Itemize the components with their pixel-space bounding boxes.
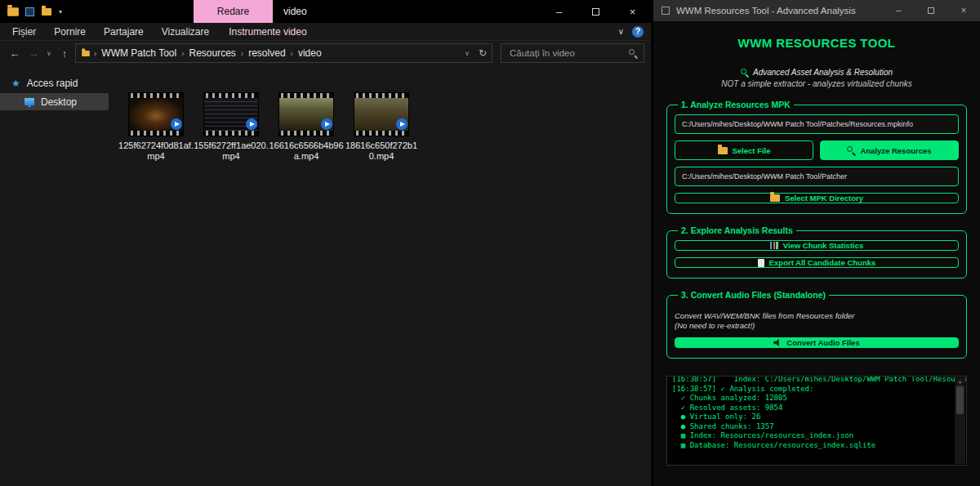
section-analyze-legend: 1. Analyze Resources MPK: [678, 100, 794, 109]
log-line: [16:38:57] Index: C:/Users/mihes/Desktop…: [672, 376, 950, 385]
view-chunk-statistics-button[interactable]: View Chunk Statistics: [675, 240, 959, 251]
play-overlay-icon: [321, 118, 332, 130]
window-controls: – ×: [541, 0, 651, 23]
sidebar-item-quick-access[interactable]: ★ Acces rapid: [0, 74, 109, 93]
sidebar-item-desktop[interactable]: Desktop: [0, 93, 109, 110]
tool-maximize-button[interactable]: [915, 0, 947, 21]
log-scrollbar[interactable]: ▲: [955, 377, 965, 464]
properties-icon[interactable]: [25, 7, 34, 16]
file-item[interactable]: 125f62724f0d81af.mp4: [129, 93, 183, 162]
breadcrumb-item[interactable]: video: [294, 47, 326, 59]
ribbon-tab-bar: Fișier Pornire Partajare Vizualizare Ins…: [0, 23, 651, 41]
tab-fisier[interactable]: Fișier: [3, 23, 45, 41]
tool-close-button[interactable]: ×: [947, 0, 980, 21]
desktop-icon: [24, 98, 34, 105]
button-label: Select MPK Directory: [785, 194, 863, 203]
maximize-icon: [592, 8, 599, 16]
tab-instrumente-video[interactable]: Instrumente video: [218, 23, 317, 41]
scroll-up-icon[interactable]: ▲: [959, 377, 962, 385]
film-sprockets: [279, 131, 333, 136]
folder-icon: [718, 147, 728, 154]
button-label: Convert Audio Files: [786, 338, 859, 347]
address-dropdown-chevron-icon[interactable]: ∨: [465, 50, 470, 57]
search-box[interactable]: [501, 43, 644, 63]
minimize-button[interactable]: –: [541, 0, 577, 23]
play-overlay-icon: [246, 118, 257, 130]
section-convert-legend: 3. Convert Audio Files (Standalone): [678, 290, 829, 300]
section-convert-audio: 3. Convert Audio Files (Standalone) Conv…: [666, 290, 967, 359]
recent-locations-chevron-icon[interactable]: ∨: [44, 50, 54, 57]
qat-customize-chevron-icon[interactable]: ▾: [59, 8, 62, 16]
file-name: 18616c650f272b10.mp4: [343, 140, 420, 162]
app-subtitle: Advanced Asset Analysis & Resolution NOT…: [666, 68, 967, 88]
contextual-tab-redare[interactable]: Redare: [194, 0, 273, 23]
video-thumbnail: [204, 93, 258, 136]
video-thumbnail: [279, 93, 333, 136]
play-overlay-icon: [396, 118, 408, 130]
button-label: Analyze Resources: [860, 146, 931, 155]
folder-icon: [770, 194, 780, 202]
breadcrumb-item[interactable]: WWM Patch Tool: [97, 47, 180, 59]
document-icon: [758, 259, 764, 267]
file-explorer-window: ▾ Redare video – × Fișier Pornire Partaj…: [0, 0, 651, 486]
file-item[interactable]: 16616c6566b4b96a.mp4: [279, 93, 333, 162]
film-sprockets: [204, 131, 258, 136]
video-thumbnail: [129, 93, 183, 136]
file-name: 155f6272ff1ae020.mp4: [193, 140, 270, 162]
quick-access-toolbar: ▾: [0, 7, 62, 16]
tab-partajare[interactable]: Partajare: [95, 23, 153, 41]
scrollbar-thumb[interactable]: [956, 386, 964, 414]
tool-titlebar: WWM Resources Tool - Advanced Analysis –…: [653, 0, 980, 21]
file-item[interactable]: 18616c650f272b10.mp4: [354, 93, 408, 162]
search-icon: [741, 69, 749, 77]
app-title: WWM RESOURCES TOOL: [666, 36, 967, 50]
section-explore-results: 2. Explore Analysis Results View Chunk S…: [666, 225, 967, 279]
log-line: ▦ Index: Resources/resources_index.json: [672, 431, 950, 441]
refresh-icon[interactable]: ↻: [479, 47, 487, 59]
file-item[interactable]: 155f6272ff1ae020.mp4: [204, 93, 258, 162]
forward-button[interactable]: →: [25, 47, 42, 60]
select-mpk-directory-button[interactable]: Select MPK Directory: [675, 193, 959, 203]
subtitle-text: Advanced Asset Analysis & Resolution: [753, 68, 893, 77]
close-button[interactable]: ×: [614, 0, 651, 23]
breadcrumb-item[interactable]: Resources: [185, 47, 240, 59]
log-line: [16:38:57] ✓ Analysis completed:: [672, 385, 950, 395]
select-file-button[interactable]: Select File: [675, 140, 813, 160]
help-icon[interactable]: ?: [632, 26, 644, 38]
chart-icon: [770, 242, 778, 249]
search-input[interactable]: [508, 47, 629, 59]
up-button[interactable]: ↑: [56, 47, 73, 60]
address-bar[interactable]: › WWM Patch Tool › Resources › resolved …: [75, 43, 492, 63]
new-folder-icon[interactable]: [42, 8, 51, 16]
tool-minimize-button[interactable]: –: [882, 0, 915, 21]
log-line: ● Virtual only: 26: [672, 412, 950, 422]
log-output[interactable]: [16:38:57] Index: C:/Users/mihes/Desktop…: [666, 376, 967, 466]
breadcrumb-item[interactable]: resolved: [244, 47, 289, 59]
film-sprockets: [354, 131, 408, 136]
tab-pornire[interactable]: Pornire: [45, 23, 95, 41]
file-name: 16616c6566b4b96a.mp4: [268, 140, 345, 162]
tab-vizualizare[interactable]: Vizualizare: [153, 23, 218, 41]
convert-audio-files-button[interactable]: Convert Audio Files: [675, 337, 959, 348]
export-candidate-chunks-button[interactable]: Export All Candidate Chunks: [675, 257, 959, 268]
log-line: ▦ Database: Resources/resources_index.sq…: [672, 441, 950, 451]
button-label: View Chunk Statistics: [783, 241, 864, 250]
file-name: 125f62724f0d81af.mp4: [118, 140, 194, 162]
back-button[interactable]: ←: [7, 47, 23, 60]
location-folder-icon: [82, 50, 90, 56]
mpk-directory-path-field[interactable]: C:/Users/mihes/Desktop/WWM Patch Tool/Pa…: [675, 167, 959, 186]
convert-note: Convert WAV/WEM/BNK files from Resources…: [675, 311, 959, 331]
analyze-resources-button[interactable]: Analyze Resources: [820, 140, 959, 160]
maximize-button[interactable]: [577, 0, 614, 23]
tool-app-icon: [662, 7, 670, 15]
video-thumbnail: [354, 93, 408, 136]
explorer-app-icon: [7, 7, 19, 16]
navigation-bar: ← → ∨ ↑ › WWM Patch Tool › Resources › r…: [0, 41, 651, 65]
film-sprockets: [129, 131, 183, 136]
ribbon-expand-chevron-icon[interactable]: ∨: [610, 27, 632, 36]
mpkinfo-path-field[interactable]: C:/Users/mihes/Desktop/WWM Patch Tool/Pa…: [675, 114, 959, 134]
explorer-titlebar: ▾ Redare video – ×: [0, 0, 651, 23]
app-subtitle-line1: Advanced Asset Analysis & Resolution: [666, 68, 967, 77]
convert-note-line2: (No need to re-extract!): [675, 321, 959, 331]
search-icon[interactable]: [629, 49, 637, 57]
